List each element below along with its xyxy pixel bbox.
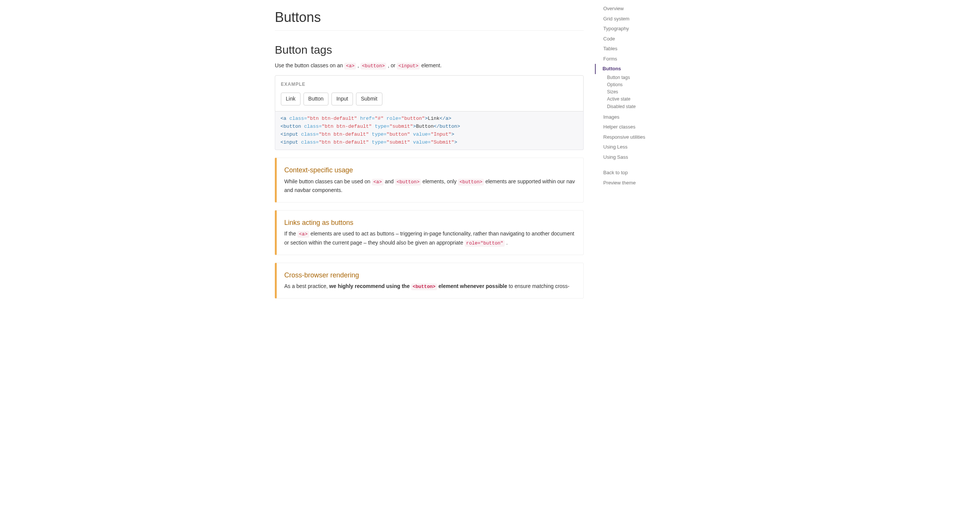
intro-sep: , or bbox=[386, 62, 397, 69]
example-submit-button[interactable]: Submit bbox=[356, 93, 382, 105]
sidenav-forms[interactable]: Forms bbox=[595, 54, 693, 64]
code-button-tag: <button> bbox=[458, 179, 484, 185]
code-token: "button" bbox=[401, 116, 425, 121]
callout-text: . bbox=[505, 239, 508, 246]
code-input-tag: <input> bbox=[397, 63, 420, 70]
code-a-tag: <a> bbox=[298, 231, 309, 238]
code-token: type= bbox=[369, 131, 387, 137]
sidenav-back-to-top[interactable]: Back to top bbox=[595, 168, 693, 178]
example-input-button[interactable]: Input bbox=[331, 93, 353, 105]
sidenav-responsive-utilities[interactable]: Responsive utilities bbox=[595, 132, 693, 142]
code-token: "submit" bbox=[390, 124, 413, 129]
callout-bold: we highly recommend using the bbox=[329, 283, 411, 289]
sidenav-typography[interactable]: Typography bbox=[595, 24, 693, 34]
callout-title: Cross-browser rendering bbox=[284, 271, 576, 281]
sidenav-using-sass[interactable]: Using Sass bbox=[595, 152, 693, 163]
code-token: <a bbox=[280, 116, 286, 121]
code-token: </a> bbox=[439, 116, 451, 121]
code-token: "btn btn-default" bbox=[321, 124, 372, 129]
code-token: "submit" bbox=[387, 139, 410, 145]
code-token: </button> bbox=[434, 124, 460, 129]
intro-text: element. bbox=[420, 62, 442, 69]
code-token: "btn btn-default" bbox=[307, 116, 357, 121]
callout-text: and bbox=[383, 179, 395, 184]
code-token: Button bbox=[416, 124, 434, 129]
callout-context-specific: Context-specific usage While button clas… bbox=[275, 158, 584, 202]
code-token: <input bbox=[280, 131, 298, 137]
callout-text: While button classes can be used on bbox=[284, 179, 372, 184]
sidenav-disabled-state[interactable]: Disabled state bbox=[595, 103, 693, 110]
code-token: href= bbox=[357, 116, 375, 121]
callout-links-as-buttons: Links acting as buttons If the <a> eleme… bbox=[275, 210, 584, 255]
sidenav-button-tags[interactable]: Button tags bbox=[595, 74, 693, 81]
sidenav-code[interactable]: Code bbox=[595, 34, 693, 44]
callout-body: If the <a> elements are used to act as b… bbox=[284, 230, 576, 247]
code-token: <button bbox=[280, 124, 301, 129]
code-token: "btn btn-default" bbox=[318, 139, 369, 145]
code-token: > bbox=[454, 139, 457, 145]
intro-sep: , bbox=[356, 62, 361, 69]
intro-paragraph: Use the button classes on an <a> , <butt… bbox=[275, 62, 584, 70]
code-token: value= bbox=[410, 131, 431, 137]
page-title: Buttons bbox=[275, 8, 584, 30]
intro-text: Use the button classes on an bbox=[275, 62, 344, 69]
callout-text: elements are used to act as buttons – tr… bbox=[284, 231, 574, 245]
code-a-tag: <a> bbox=[344, 63, 356, 70]
sidenav-buttons-sub: Button tags Options Sizes Active state D… bbox=[595, 74, 693, 112]
code-token: "btn btn-default" bbox=[318, 131, 369, 137]
code-token: > bbox=[413, 124, 416, 129]
callout-title: Context-specific usage bbox=[284, 166, 576, 176]
code-token: "button" bbox=[387, 131, 410, 137]
example-link-button[interactable]: Link bbox=[281, 93, 301, 105]
code-token: "Input" bbox=[431, 131, 452, 137]
code-button-tag: <button> bbox=[411, 283, 437, 290]
section-title-button-tags: Button tags bbox=[275, 42, 584, 58]
code-token: class= bbox=[298, 139, 319, 145]
code-a-tag: <a> bbox=[372, 179, 383, 185]
sidenav-grid-system[interactable]: Grid system bbox=[595, 14, 693, 24]
callout-cross-browser: Cross-browser rendering As a best practi… bbox=[275, 263, 584, 299]
sidenav-buttons[interactable]: Buttons bbox=[595, 64, 693, 74]
example-label: Example bbox=[281, 81, 305, 88]
example-button[interactable]: Button bbox=[304, 93, 328, 105]
code-token: Link bbox=[428, 116, 439, 121]
code-token: class= bbox=[286, 116, 307, 121]
code-token: role= bbox=[383, 116, 401, 121]
code-token: value= bbox=[410, 139, 431, 145]
callout-text: If the bbox=[284, 231, 298, 236]
code-pre: <a class="btn btn-default" href="#" role… bbox=[280, 115, 578, 146]
callout-title: Links acting as buttons bbox=[284, 218, 576, 228]
code-token: "Submit" bbox=[431, 139, 454, 145]
callout-text: to ensure matching cross- bbox=[508, 283, 570, 289]
code-token: "#" bbox=[375, 116, 383, 121]
code-token: > bbox=[452, 131, 455, 137]
code-token: > bbox=[425, 116, 428, 121]
sidenav-images[interactable]: Images bbox=[595, 112, 693, 123]
side-nav: Overview Grid system Typography Code Tab… bbox=[595, 4, 693, 188]
sidenav-overview[interactable]: Overview bbox=[595, 4, 693, 14]
sidenav-using-less[interactable]: Using Less bbox=[595, 142, 693, 152]
sidenav-options[interactable]: Options bbox=[595, 81, 693, 88]
sidenav-preview-theme[interactable]: Preview theme bbox=[595, 178, 693, 188]
callout-bold: element whenever possible bbox=[437, 283, 508, 289]
callout-text: elements, only bbox=[421, 179, 458, 184]
sidenav-active-state[interactable]: Active state bbox=[595, 96, 693, 103]
code-token: type= bbox=[372, 124, 390, 129]
callout-body: While button classes can be used on <a> … bbox=[284, 177, 576, 195]
sidenav-sizes[interactable]: Sizes bbox=[595, 88, 693, 96]
callout-body: As a best practice, we highly recommend … bbox=[284, 282, 576, 291]
code-role-button: role="button" bbox=[465, 240, 505, 247]
example-box: Example Link Button Input Submit bbox=[275, 75, 584, 112]
code-token: class= bbox=[298, 131, 319, 137]
code-button-tag: <button> bbox=[361, 63, 386, 70]
callout-text: As a best practice, bbox=[284, 283, 329, 289]
code-token: <input bbox=[280, 139, 298, 145]
code-token: class= bbox=[301, 124, 322, 129]
code-block: <a class="btn btn-default" href="#" role… bbox=[275, 112, 584, 150]
sidenav-tables[interactable]: Tables bbox=[595, 44, 693, 54]
sidenav-helper-classes[interactable]: Helper classes bbox=[595, 122, 693, 132]
code-button-tag: <button> bbox=[395, 179, 421, 185]
code-token: type= bbox=[369, 139, 387, 145]
